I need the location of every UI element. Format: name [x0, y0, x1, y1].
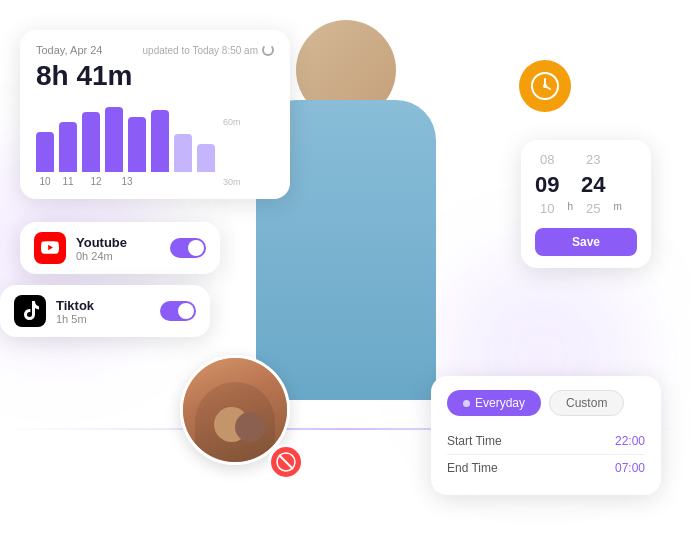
end-time-label: End Time: [447, 461, 498, 475]
youtube-app-time: 0h 24m: [76, 250, 160, 262]
hour-column: 08 09 10: [535, 152, 559, 218]
youtube-toggle-knob: [188, 240, 204, 256]
minute-column: 23 24 25: [581, 152, 605, 218]
bar-3: [82, 112, 100, 172]
schedule-card: Everyday Custom Start Time 22:00 End Tim…: [431, 376, 661, 495]
start-time-row: Start Time 22:00: [447, 428, 645, 455]
usage-date: Today, Apr 24: [36, 44, 102, 56]
min-next: 25: [586, 201, 600, 218]
save-button[interactable]: Save: [535, 228, 637, 256]
min-unit: m: [614, 201, 622, 212]
hour-next: 10: [540, 201, 554, 218]
clock-icon: [530, 71, 560, 101]
bar-2: [59, 122, 77, 172]
x-label-2: 11: [59, 176, 77, 187]
tiktok-toggle[interactable]: [160, 301, 196, 321]
time-picker: 08 09 10 h 23 24 25 m: [535, 152, 637, 218]
tab-everyday-dot: [463, 400, 470, 407]
refresh-icon: [262, 44, 274, 56]
end-time-value: 07:00: [615, 461, 645, 475]
x-label-3: 12: [87, 176, 105, 187]
min-active: 24: [581, 171, 605, 200]
tiktok-icon: [14, 295, 46, 327]
bar-7: [174, 134, 192, 172]
min-prev: 23: [586, 152, 600, 169]
tab-custom[interactable]: Custom: [549, 390, 624, 416]
usage-total-time: 8h 41m: [36, 60, 274, 92]
x-label-1: 10: [36, 176, 54, 187]
tiktok-app-time: 1h 5m: [56, 313, 150, 325]
usage-updated: updated to Today 8:50 am: [143, 44, 274, 56]
chart-bars-container: [36, 102, 215, 172]
usage-chart-card: Today, Apr 24 updated to Today 8:50 am 8…: [20, 30, 290, 199]
youtube-icon: [34, 232, 66, 264]
tiktok-app-info: Tiktok 1h 5m: [56, 298, 150, 325]
tiktok-app-card: Tiktok 1h 5m: [0, 285, 210, 337]
x-label-4: 13: [118, 176, 136, 187]
hour-prev: 08: [540, 152, 554, 169]
start-time-value: 22:00: [615, 434, 645, 448]
svg-line-5: [279, 455, 293, 469]
hour-active: 09: [535, 171, 559, 200]
bar-5: [128, 117, 146, 172]
end-time-row: End Time 07:00: [447, 455, 645, 481]
bar-1: [36, 132, 54, 172]
hour-unit: h: [567, 201, 573, 212]
youtube-app-card: Youtube 0h 24m: [20, 222, 220, 274]
chart-x-labels: 10 11 12 13: [36, 176, 215, 187]
tiktok-toggle-knob: [178, 303, 194, 319]
clock-badge: [519, 60, 571, 112]
youtube-app-name: Youtube: [76, 235, 160, 250]
bar-6: [151, 110, 169, 172]
y-label-60: 60m: [223, 117, 241, 127]
youtube-toggle[interactable]: [170, 238, 206, 258]
block-badge: [268, 444, 304, 480]
youtube-app-info: Youtube 0h 24m: [76, 235, 160, 262]
youtube-play-icon: [41, 241, 59, 255]
chart-area: 10 11 12 13 60m 30m: [36, 102, 274, 187]
time-picker-card: 08 09 10 h 23 24 25 m Save: [521, 140, 651, 268]
chart-y-labels: 60m 30m: [223, 117, 241, 187]
schedule-tabs: Everyday Custom: [447, 390, 645, 416]
usage-card-header: Today, Apr 24 updated to Today 8:50 am: [36, 44, 274, 56]
bar-4: [105, 107, 123, 172]
bar-8: [197, 144, 215, 172]
start-time-label: Start Time: [447, 434, 502, 448]
tab-everyday[interactable]: Everyday: [447, 390, 541, 416]
tiktok-app-name: Tiktok: [56, 298, 150, 313]
svg-point-3: [543, 84, 547, 88]
tiktok-logo-icon: [21, 301, 39, 321]
chart-bars: [36, 107, 215, 172]
y-label-30: 30m: [223, 177, 241, 187]
block-icon: [276, 452, 296, 472]
couple-photo: [183, 358, 287, 462]
